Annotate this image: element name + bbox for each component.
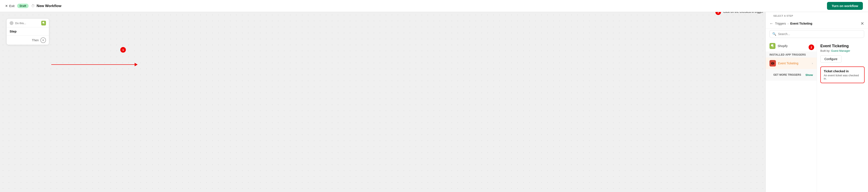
detail-panel: Event Ticketing Built by: Guest Manager … <box>817 40 868 192</box>
event-ticketing-label: Event Ticketing <box>778 61 798 65</box>
shopify-label: Shopify <box>778 44 788 48</box>
get-more-label: GET MORE TRIGGERS <box>770 71 805 79</box>
topbar: ✕ Exit Draft ⏱ New Workflow Turn on work… <box>0 0 868 12</box>
guest-manager-link[interactable]: Guest Manager <box>831 49 850 52</box>
step-circle-icon <box>10 21 13 25</box>
arrow-head <box>135 63 137 66</box>
search-bar: 🔍 <box>770 30 864 38</box>
detail-title: Event Ticketing <box>820 44 865 48</box>
clock-icon: ⏱ <box>31 4 35 8</box>
list-area: Shopify › INSTALLED APP TRIGGERS 🎟 Event… <box>766 40 868 192</box>
then-label: Then <box>32 38 39 42</box>
installed-app-triggers-header: INSTALLED APP TRIGGERS <box>766 52 817 57</box>
panel-header: ← Triggers › Event Ticketing ✕ <box>766 18 868 28</box>
shopify-icon <box>41 21 46 25</box>
select-step-label: SELECT A STEP <box>770 12 797 18</box>
add-step-button[interactable]: + <box>40 37 46 43</box>
breadcrumb-current: Event Ticketing <box>790 22 812 25</box>
show-link[interactable]: Show <box>805 73 813 77</box>
arrow-container <box>51 63 137 66</box>
built-by-label: Built by: <box>820 49 830 52</box>
exit-button[interactable]: ✕ Exit <box>5 4 14 8</box>
get-more-triggers-row: GET MORE TRIGGERS Show <box>766 69 817 81</box>
breadcrumb: ← Triggers › Event Ticketing <box>770 21 812 26</box>
detail-built-by: Built by: Guest Manager <box>820 49 865 52</box>
workflow-title: New Workflow <box>36 4 61 8</box>
do-this-label: Do this... <box>15 22 26 25</box>
trigger-item-left: 🎟 Event Ticketing <box>770 60 798 66</box>
shopify-logo-icon <box>770 43 775 49</box>
event-ticketing-item[interactable]: 🎟 Event Ticketing › <box>766 57 817 69</box>
back-icon[interactable]: ← <box>770 21 773 26</box>
search-icon: 🔍 <box>772 32 776 36</box>
canvas: Do this... Step Then + 1 <box>0 12 868 192</box>
step-card: Do this... Step Then + <box>6 18 49 45</box>
configure-button[interactable]: Configure <box>820 55 841 63</box>
turn-on-button[interactable]: Turn on workflow <box>827 2 863 10</box>
breadcrumb-chevron-icon: › <box>788 22 788 25</box>
close-button[interactable]: ✕ <box>861 21 864 26</box>
step-name: Step <box>10 29 17 33</box>
step-footer: Then + <box>7 35 49 45</box>
step-body: Step <box>7 27 49 35</box>
left-list: Shopify › INSTALLED APP TRIGGERS 🎟 Event… <box>766 40 817 192</box>
topbar-left: ✕ Exit Draft ⏱ New Workflow <box>5 4 61 8</box>
step-card-header: Do this... <box>7 19 49 27</box>
exit-label: Exit <box>9 4 14 8</box>
workflow-title-area: ⏱ New Workflow <box>31 4 61 8</box>
badge-2-overlay: 2 <box>809 45 814 50</box>
right-panel: SELECT A STEP ← Triggers › Event Ticketi… <box>766 12 868 192</box>
select-step-area: SELECT A STEP <box>766 12 868 18</box>
search-input[interactable] <box>778 32 861 36</box>
draft-badge: Draft <box>17 4 29 8</box>
checked-in-desc: An event ticket was checked in. <box>824 74 861 80</box>
breadcrumb-triggers[interactable]: Triggers <box>775 22 786 25</box>
event-ticketing-chevron-icon: › <box>812 61 813 65</box>
arrow-line <box>51 64 135 65</box>
ticket-checked-in-box[interactable]: Ticket checked in An event ticket was ch… <box>820 66 865 83</box>
checked-in-title: Ticket checked in <box>824 70 861 73</box>
badge-1: 1 <box>120 47 126 53</box>
exit-icon: ✕ <box>5 4 8 8</box>
shopify-item-left: Shopify <box>770 43 788 49</box>
step-card-left: Do this... <box>10 21 26 25</box>
event-ticketing-icon: 🎟 <box>770 60 776 66</box>
